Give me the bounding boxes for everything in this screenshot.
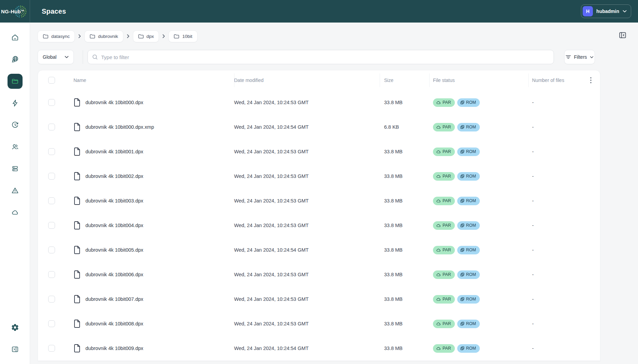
row-checkbox[interactable]	[48, 124, 55, 130]
file-count: -	[528, 124, 581, 130]
cloud-icon	[436, 273, 441, 277]
row-checkbox[interactable]	[48, 197, 55, 204]
file-name: dubrovnik 4k 10bit005.dpx	[85, 247, 143, 253]
sidebar-item-explore[interactable]	[8, 52, 23, 67]
home-icon	[11, 33, 19, 42]
row-checkbox[interactable]	[48, 99, 55, 106]
table-row[interactable]: dubrovnik 4k 10bit000.dpx.xmp Wed, 24 Ja…	[38, 115, 600, 139]
status-badge-par: PAR	[433, 221, 455, 230]
search-box	[87, 50, 554, 64]
row-checkbox[interactable]	[48, 222, 55, 229]
select-all-checkbox[interactable]	[48, 77, 55, 84]
sidebar-item-users[interactable]	[8, 139, 23, 154]
sidebar-item-home[interactable]	[8, 30, 23, 45]
sidebar-item-history[interactable]	[8, 117, 23, 132]
file-icon	[73, 98, 81, 107]
file-size: 33.8 MB	[380, 346, 429, 351]
file-name: dubrovnik 4k 10bit004.dpx	[85, 223, 143, 228]
row-checkbox[interactable]	[48, 148, 55, 155]
chevron-right-icon	[78, 34, 81, 38]
table-row[interactable]: dubrovnik 4k 10bit001.dpx Wed, 24 Jan 20…	[38, 139, 600, 164]
file-status-cell: PAR ROM	[429, 197, 528, 205]
scope-select[interactable]: Global	[38, 50, 74, 64]
table-row[interactable]: dubrovnik 4k 10bit008.dpx Wed, 24 Jan 20…	[38, 311, 600, 336]
brand-name: NG-HubTM	[1, 9, 24, 14]
table-row[interactable]: dubrovnik 4k 10bit009.dpx Wed, 24 Jan 20…	[38, 336, 600, 361]
expand-sidebar-button[interactable]	[8, 342, 23, 357]
settings-gear-icon	[11, 323, 19, 332]
file-date-modified: Wed, 24 Jan 2024, 10:24:54 GMT	[234, 346, 380, 351]
toolbar-divider	[83, 50, 83, 64]
file-date-modified: Wed, 24 Jan 2024, 10:24:53 GMT	[234, 149, 380, 154]
breadcrumb-label: dubrovnik	[98, 34, 118, 39]
file-icon	[73, 196, 81, 205]
row-checkbox[interactable]	[48, 173, 55, 180]
sidebar-item-alerts[interactable]	[8, 183, 23, 198]
copy-icon	[460, 346, 464, 350]
breadcrumb-item[interactable]: dubrovnik	[84, 30, 123, 42]
file-icon	[73, 221, 81, 230]
cloud-icon	[436, 150, 441, 154]
cloud-icon	[436, 224, 441, 227]
table-row[interactable]: dubrovnik 4k 10bit002.dpx Wed, 24 Jan 20…	[38, 164, 600, 188]
sidebar-item-spaces[interactable]	[8, 74, 23, 89]
file-count: -	[528, 321, 581, 326]
copy-icon	[460, 223, 464, 227]
row-checkbox[interactable]	[48, 271, 55, 278]
chevron-right-icon	[127, 34, 130, 38]
breadcrumb-item[interactable]: 10bit	[168, 30, 197, 42]
sidebar-item-cloud[interactable]	[8, 205, 23, 220]
scope-select-value: Global	[43, 54, 56, 60]
filters-button[interactable]: Filters	[564, 50, 595, 64]
breadcrumb-item[interactable]: dpx	[133, 30, 159, 42]
row-checkbox[interactable]	[48, 320, 55, 327]
folder-icon	[43, 34, 49, 39]
file-date-modified: Wed, 24 Jan 2024, 10:24:53 GMT	[234, 321, 380, 326]
brand-logo[interactable]: NG-HubTM	[0, 0, 30, 23]
globe-search-icon	[11, 55, 19, 64]
file-name: dubrovnik 4k 10bit000.dpx.xmp	[85, 124, 154, 130]
search-input[interactable]	[101, 54, 549, 60]
table-row[interactable]: dubrovnik 4k 10bit004.dpx Wed, 24 Jan 20…	[38, 213, 600, 238]
column-header-size: Size	[380, 70, 429, 90]
user-menu-button[interactable]: H hubadmin	[581, 4, 631, 18]
row-checkbox[interactable]	[48, 247, 55, 253]
table-row[interactable]: dubrovnik 4k 10bit003.dpx Wed, 24 Jan 20…	[38, 188, 600, 213]
table-options-button[interactable]	[581, 70, 600, 90]
servers-icon	[11, 165, 19, 173]
breadcrumb-separator	[78, 34, 81, 38]
file-table: Name Date modified Size File status Numb…	[38, 70, 600, 361]
cloud-icon	[436, 347, 441, 350]
table-row[interactable]: dubrovnik 4k 10bit006.dpx Wed, 24 Jan 20…	[38, 262, 600, 287]
breadcrumb-item[interactable]: datasync	[38, 30, 75, 42]
file-status-cell: PAR ROM	[429, 172, 528, 181]
top-bar: NG-HubTM Spaces H hubadmin	[0, 0, 638, 23]
file-size: 33.8 MB	[380, 223, 429, 228]
collapse-details-panel-button[interactable]	[618, 30, 627, 40]
file-name: dubrovnik 4k 10bit001.dpx	[85, 149, 143, 154]
file-count: -	[528, 272, 581, 277]
row-checkbox[interactable]	[48, 296, 55, 303]
cloud-icon	[436, 174, 441, 178]
table-row[interactable]: dubrovnik 4k 10bit000.dpx Wed, 24 Jan 20…	[38, 90, 600, 115]
cloud-icon	[436, 248, 441, 252]
file-count: -	[528, 173, 581, 179]
row-checkbox[interactable]	[48, 345, 55, 352]
user-name: hubadmin	[596, 9, 619, 14]
table-row[interactable]: dubrovnik 4k 10bit005.dpx Wed, 24 Jan 20…	[38, 238, 600, 262]
file-date-modified: Wed, 24 Jan 2024, 10:24:53 GMT	[234, 100, 380, 105]
cloud-icon	[436, 125, 441, 129]
sidebar-item-actions[interactable]	[8, 96, 23, 111]
table-row[interactable]: dubrovnik 4k 10bit007.dpx Wed, 24 Jan 20…	[38, 287, 600, 311]
status-badge-rom: ROM	[457, 221, 480, 230]
file-date-modified: Wed, 24 Jan 2024, 10:24:53 GMT	[234, 198, 380, 204]
sidebar-item-servers[interactable]	[8, 161, 23, 176]
sidebar-item-settings[interactable]	[8, 320, 23, 335]
filter-lines-icon	[566, 55, 571, 59]
file-icon	[73, 319, 81, 328]
app-window: NG-HubTM Spaces H hubadmin	[0, 0, 638, 364]
chevron-down-icon	[623, 10, 627, 13]
status-badge-par: PAR	[433, 172, 455, 181]
breadcrumb-label: datasync	[51, 34, 70, 39]
file-icon	[73, 246, 81, 254]
